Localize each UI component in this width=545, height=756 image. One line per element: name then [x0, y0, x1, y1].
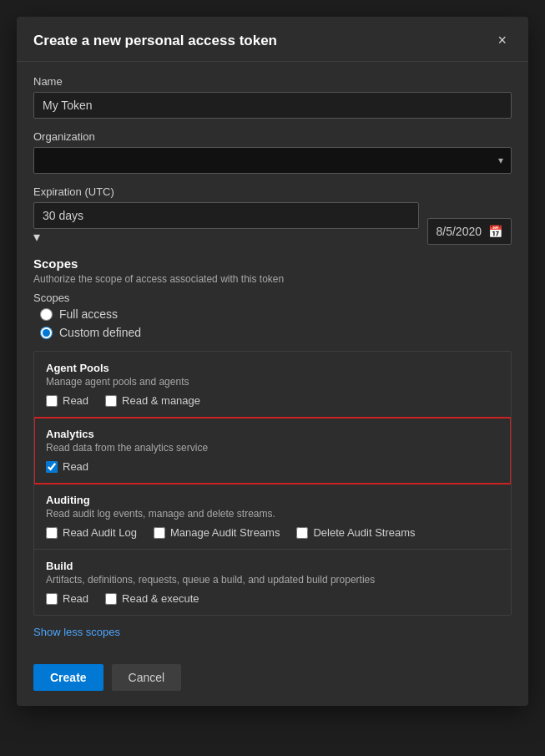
analytics-checkboxes: Read [46, 460, 499, 473]
delete-audit-streams-checkbox-item[interactable]: Delete Audit Streams [296, 526, 415, 539]
analytics-desc: Read data from the analytics service [46, 442, 499, 454]
build-title: Build [46, 560, 499, 572]
agent-read-label: Read [63, 394, 88, 407]
analytics-title: Analytics [46, 428, 499, 440]
name-input[interactable] [33, 92, 512, 119]
scope-section-auditing: Auditing Read audit log events, manage a… [34, 484, 511, 550]
create-button[interactable]: Create [33, 664, 103, 691]
read-audit-log-checkbox-item[interactable]: Read Audit Log [46, 526, 137, 539]
build-checkboxes: Read Read & execute [46, 592, 499, 605]
analytics-read-checkbox[interactable] [46, 461, 58, 473]
read-audit-log-label: Read Audit Log [63, 526, 137, 539]
agent-read-checkbox[interactable] [46, 395, 58, 407]
agent-read-manage-checkbox[interactable] [105, 395, 117, 407]
agent-read-manage-label: Read & manage [122, 394, 200, 407]
full-access-label: Full access [59, 307, 118, 321]
build-desc: Artifacts, definitions, requests, queue … [46, 574, 499, 586]
build-read-execute-checkbox-item[interactable]: Read & execute [105, 592, 199, 605]
custom-defined-radio[interactable] [40, 327, 53, 339]
org-select-wrapper: ██████████ ▾ [33, 147, 512, 174]
scope-section-agent-pools: Agent Pools Manage agent pools and agent… [34, 352, 511, 418]
calendar-icon: 📅 [488, 225, 502, 238]
build-read-execute-label: Read & execute [122, 592, 199, 605]
build-read-label: Read [63, 592, 88, 605]
manage-audit-streams-checkbox-item[interactable]: Manage Audit Streams [154, 526, 280, 539]
expiration-field-group: Expiration (UTC) 30 days 60 days 90 days… [33, 185, 512, 245]
agent-pools-checkboxes: Read Read & manage [46, 394, 499, 407]
modal-header: Create a new personal access token × [17, 17, 528, 62]
scope-section-build: Build Artifacts, definitions, requests, … [34, 550, 511, 615]
delete-audit-streams-label: Delete Audit Streams [313, 526, 415, 539]
full-access-radio-item[interactable]: Full access [40, 307, 512, 321]
read-audit-log-checkbox[interactable] [46, 527, 58, 539]
scopes-description: Authorize the scope of access associated… [33, 273, 512, 285]
modal-footer: Create Cancel [17, 652, 528, 706]
modal-title: Create a new personal access token [33, 33, 277, 49]
auditing-title: Auditing [46, 494, 499, 506]
name-label: Name [33, 75, 512, 88]
name-field-group: Name [33, 75, 512, 119]
manage-audit-streams-checkbox[interactable] [154, 527, 165, 539]
scope-section-analytics: Analytics Read data from the analytics s… [34, 418, 511, 484]
expiration-select[interactable]: 30 days 60 days 90 days Custom defined [33, 202, 419, 229]
build-read-checkbox[interactable] [46, 593, 58, 605]
build-read-checkbox-item[interactable]: Read [46, 592, 88, 605]
cancel-button[interactable]: Cancel [112, 664, 182, 691]
auditing-checkboxes: Read Audit Log Manage Audit Streams Dele… [46, 526, 499, 539]
build-read-execute-checkbox[interactable] [105, 593, 117, 605]
expiration-select-wrap: 30 days 60 days 90 days Custom defined ▾ [33, 202, 419, 245]
expiration-row: 30 days 60 days 90 days Custom defined ▾… [33, 202, 512, 245]
show-less-link[interactable]: Show less scopes [33, 626, 120, 638]
expiration-date-value: 8/5/2020 [437, 225, 482, 238]
agent-read-checkbox-item[interactable]: Read [46, 394, 88, 407]
agent-read-manage-checkbox-item[interactable]: Read & manage [105, 394, 200, 407]
scopes-list: Agent Pools Manage agent pools and agent… [33, 351, 512, 616]
expiration-label: Expiration (UTC) [33, 185, 512, 198]
analytics-read-checkbox-item[interactable]: Read [46, 460, 88, 473]
close-button[interactable]: × [492, 30, 512, 51]
org-select[interactable]: ██████████ [33, 147, 512, 174]
agent-pools-title: Agent Pools [46, 362, 499, 374]
scopes-radio-group: Full access Custom defined [40, 307, 512, 339]
delete-audit-streams-checkbox[interactable] [296, 527, 308, 539]
custom-defined-radio-item[interactable]: Custom defined [40, 326, 512, 339]
custom-defined-label: Custom defined [59, 326, 141, 339]
scopes-section: Scopes Authorize the scope of access ass… [33, 256, 512, 639]
manage-audit-streams-label: Manage Audit Streams [170, 526, 280, 539]
expiration-chevron-icon: ▾ [33, 230, 40, 244]
org-field-group: Organization ██████████ ▾ [33, 130, 512, 174]
expiration-date-display[interactable]: 8/5/2020 📅 [427, 218, 512, 245]
auditing-desc: Read audit log events, manage and delete… [46, 508, 499, 520]
agent-pools-desc: Manage agent pools and agents [46, 376, 499, 388]
org-label: Organization [33, 130, 512, 143]
scopes-title: Scopes [33, 256, 512, 271]
modal-body: Name Organization ██████████ ▾ Expiratio… [17, 62, 528, 652]
full-access-radio[interactable] [40, 308, 53, 321]
modal: Create a new personal access token × Nam… [17, 17, 528, 706]
analytics-read-label: Read [63, 460, 88, 473]
scopes-label: Scopes [33, 292, 512, 304]
